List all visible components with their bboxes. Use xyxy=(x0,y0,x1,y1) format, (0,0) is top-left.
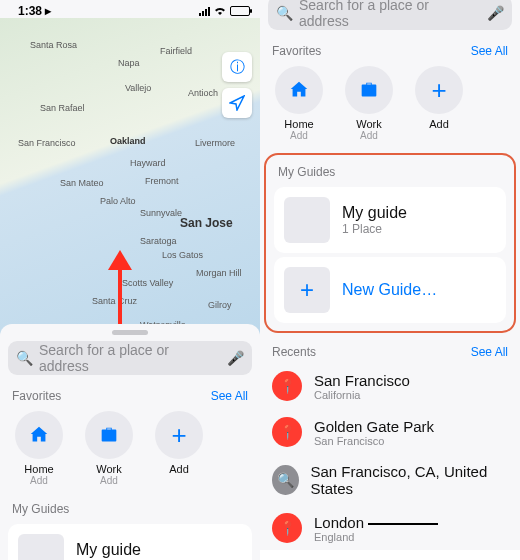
search-pin-icon: 🔍 xyxy=(272,465,299,495)
signal-icon xyxy=(198,6,210,16)
recent-item[interactable]: 📍 LondonEngland xyxy=(260,505,520,550)
plus-icon: + xyxy=(284,267,330,313)
favorites-seeall[interactable]: See All xyxy=(471,44,508,58)
info-button[interactable]: ⓘ xyxy=(222,52,252,82)
guide-thumb xyxy=(284,197,330,243)
briefcase-icon xyxy=(358,79,380,101)
favorite-add[interactable]: + Add xyxy=(150,411,208,486)
locate-button[interactable] xyxy=(222,88,252,118)
highlighted-guides-section: My Guides My guide 1 Place + New Guide… xyxy=(264,153,516,333)
phone-left: 1:38 ▸ Santa Rosa Napa Fairfield Vallejo… xyxy=(0,0,260,560)
guide-item[interactable]: My guide 1 Place xyxy=(274,187,506,253)
map-pin-icon: 📍 xyxy=(272,513,302,543)
favorites-heading: Favorites xyxy=(12,389,61,403)
phone-right: 🔍 Search for a place or address 🎤 Favori… xyxy=(260,0,520,550)
recent-item[interactable]: 📍 San FranciscoCalifornia xyxy=(260,363,520,409)
home-icon xyxy=(288,79,310,101)
recents-seeall[interactable]: See All xyxy=(471,345,508,359)
wifi-icon xyxy=(213,6,227,16)
search-panel[interactable]: 🔍 Search for a place or address 🎤 Favori… xyxy=(0,324,260,560)
guide-item[interactable]: My guide 1 Place xyxy=(8,524,252,560)
mic-icon[interactable]: 🎤 xyxy=(227,350,244,366)
favorite-work[interactable]: Work Add xyxy=(340,66,398,141)
drag-handle[interactable] xyxy=(112,330,148,335)
search-icon: 🔍 xyxy=(16,350,33,366)
guide-thumb xyxy=(18,534,64,560)
status-bar: 1:38 ▸ xyxy=(0,0,260,18)
plus-icon: + xyxy=(415,66,463,114)
search-icon: 🔍 xyxy=(276,5,293,21)
home-icon xyxy=(28,424,50,446)
favorite-work[interactable]: Work Add xyxy=(80,411,138,486)
map-view[interactable]: Santa Rosa Napa Fairfield Vallejo Antioc… xyxy=(0,18,260,338)
favorites-seeall[interactable]: See All xyxy=(211,389,248,403)
favorite-home[interactable]: Home Add xyxy=(270,66,328,141)
search-field[interactable]: 🔍 Search for a place or address 🎤 xyxy=(268,0,512,30)
map-pin-icon: 📍 xyxy=(272,371,302,401)
new-guide-button[interactable]: + New Guide… xyxy=(274,257,506,323)
myguides-heading: My Guides xyxy=(12,502,69,516)
status-time: 1:38 ▸ xyxy=(18,4,51,18)
briefcase-icon xyxy=(98,424,120,446)
recent-item[interactable]: 📍 Golden Gate ParkSan Francisco xyxy=(260,409,520,455)
search-placeholder: Search for a place or address xyxy=(299,0,481,29)
plus-icon: + xyxy=(155,411,203,459)
map-pin-icon: 📍 xyxy=(272,417,302,447)
favorite-home[interactable]: Home Add xyxy=(10,411,68,486)
mic-icon[interactable]: 🎤 xyxy=(487,5,504,21)
recents-heading: Recents xyxy=(272,345,316,359)
search-placeholder: Search for a place or address xyxy=(39,342,221,374)
favorite-add[interactable]: + Add xyxy=(410,66,468,141)
favorites-heading: Favorites xyxy=(272,44,321,58)
redaction-line xyxy=(368,523,438,525)
myguides-heading: My Guides xyxy=(278,165,335,179)
recent-item[interactable]: 🔍 San Francisco, CA, United States xyxy=(260,455,520,505)
search-field[interactable]: 🔍 Search for a place or address 🎤 xyxy=(8,341,252,375)
battery-icon xyxy=(230,6,250,16)
